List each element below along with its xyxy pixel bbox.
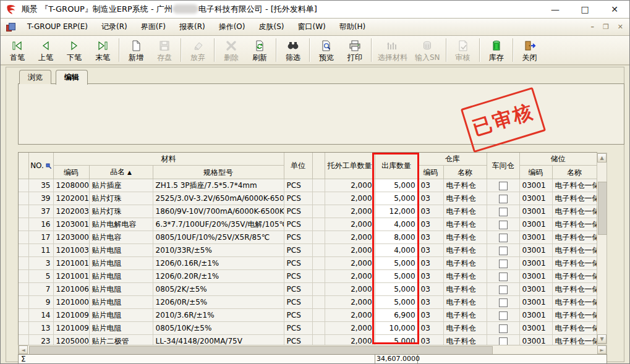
cell-spec[interactable]: 0805/2K/±5% <box>153 283 284 296</box>
cell-material-name[interactable]: 贴片电阻 <box>89 270 153 283</box>
cell-material-code[interactable]: 12010036 <box>53 244 89 257</box>
cell-warehouse-code[interactable]: 03 <box>418 218 443 231</box>
cell-unit[interactable]: PCS <box>284 205 312 218</box>
cell-workshop-checkbox[interactable] <box>487 179 519 192</box>
cell-workshop-checkbox[interactable] <box>487 192 519 205</box>
table-row[interactable]: 3712020035贴片灯珠1860/9V-10V/700mA/6000K-65… <box>19 205 597 218</box>
cell-order-qty[interactable]: 2,000 <box>325 322 375 335</box>
cell-location-code[interactable]: 03001 <box>519 244 552 257</box>
cell-warehouse-code[interactable]: 03 <box>418 205 443 218</box>
cell-no[interactable]: 13 <box>28 322 53 335</box>
cell-material-code[interactable]: 12080003 <box>53 179 89 192</box>
cell-location-code[interactable]: 03001 <box>519 309 552 322</box>
cell-workshop-checkbox[interactable] <box>487 309 519 322</box>
cell-location-name[interactable]: 电子料仓一储 <box>552 231 597 244</box>
cell-location-code[interactable]: 03001 <box>519 270 552 283</box>
cell-warehouse-name[interactable]: 电子料仓 <box>443 231 487 244</box>
cell-material-name[interactable]: 贴片电阻 <box>89 322 153 335</box>
menu-item-1[interactable]: 记录(R) <box>95 20 134 33</box>
cell-location-name[interactable]: 电子料仓一储 <box>552 283 597 296</box>
cell-warehouse-code[interactable]: 03 <box>418 335 443 346</box>
cell-material-name[interactable]: 贴片电阻 <box>89 309 153 322</box>
cell-location-name[interactable]: 电子料仓一储 <box>552 244 597 257</box>
toolbar-button-筛选[interactable]: 筛选 <box>279 36 307 64</box>
cell-warehouse-name[interactable]: 电子料仓 <box>443 296 487 309</box>
cell-order-qty[interactable]: 2,000 <box>325 205 375 218</box>
checkbox-unchecked-icon[interactable] <box>499 221 508 229</box>
cell-location-name[interactable]: 电子料仓一储 <box>552 192 597 205</box>
toolbar-button-预览[interactable]: 预览 <box>312 36 341 64</box>
cell-spec[interactable]: 2010/33R/±5% <box>153 244 284 257</box>
cell-order-qty[interactable]: 2,000 <box>325 179 375 192</box>
grid-horizontal-scrollbar[interactable]: ◄ ► <box>18 345 607 355</box>
cell-unit[interactable]: PCS <box>284 335 312 346</box>
checkbox-unchecked-icon[interactable] <box>499 247 508 255</box>
toolbar-button-首笔[interactable]: 首笔 <box>3 36 32 64</box>
cell-workshop-checkbox[interactable] <box>487 296 519 309</box>
no-column-header[interactable]: NO. <box>28 153 53 179</box>
table-row[interactable]: 3512080003贴片插座ZH1.5 3P插座/7.5*5.7*4mmPCS2… <box>19 179 597 192</box>
cell-location-name[interactable]: 电子料仓一储 <box>552 322 597 335</box>
mdi-close-button[interactable]: ✕ <box>618 23 623 31</box>
cell-location-name[interactable]: 电子料仓一储 <box>552 257 597 270</box>
cell-no[interactable]: 14 <box>28 309 53 322</box>
order-qty-column-header[interactable]: 托外工单数量 <box>325 153 375 179</box>
menu-item-4[interactable]: 操作(O) <box>212 20 252 33</box>
cell-location-code[interactable]: 03001 <box>519 335 552 346</box>
warehouse-name-header[interactable]: 名称 <box>443 166 487 179</box>
cell-location-code[interactable]: 03001 <box>519 257 552 270</box>
cell-material-code[interactable]: 12020035 <box>53 205 89 218</box>
cell-unit[interactable]: PCS <box>284 270 312 283</box>
cell-warehouse-name[interactable]: 电子料仓 <box>443 335 487 346</box>
checkbox-unchecked-icon[interactable] <box>499 208 508 216</box>
cell-spec[interactable]: 2525/3.0V-3.2V/650mA/6000K-650... <box>153 192 284 205</box>
cell-material-name[interactable]: 贴片电解电容 <box>89 218 153 231</box>
cell-material-code[interactable]: 12010001 <box>53 296 89 309</box>
horizontal-scroll-thumb[interactable] <box>29 346 493 355</box>
unit-column-header[interactable]: 单位 <box>284 153 312 179</box>
scroll-up-icon[interactable]: ▲ <box>597 153 607 163</box>
toolbar-button-新增[interactable]: 新增 <box>122 36 150 64</box>
cell-order-qty[interactable]: 2,000 <box>325 296 375 309</box>
location-group-header[interactable]: 储位 <box>519 153 597 166</box>
cell-out-qty[interactable]: 8,000 <box>375 231 418 244</box>
cell-material-name[interactable]: 贴片灯珠 <box>89 192 153 205</box>
table-row[interactable]: 3912020016贴片灯珠2525/3.0V-3.2V/650mA/6000K… <box>19 192 597 205</box>
toolbar-button-下笔[interactable]: 下笔 <box>60 36 88 64</box>
cell-no[interactable]: 9 <box>28 296 53 309</box>
warehouse-group-header[interactable]: 仓库 <box>418 153 487 166</box>
table-row[interactable]: 1412010095贴片电阻2010/3.6R/±1%PCS2,0006,900… <box>19 309 597 322</box>
cell-out-qty[interactable]: 12,000 <box>375 205 418 218</box>
cell-order-qty[interactable]: 2,000 <box>325 218 375 231</box>
cell-unit[interactable]: PCS <box>284 296 312 309</box>
checkbox-unchecked-icon[interactable] <box>499 195 508 203</box>
cell-out-qty[interactable]: 5,000 <box>375 270 418 283</box>
menu-item-5[interactable]: 皮肤(S) <box>252 20 291 33</box>
cell-warehouse-code[interactable]: 03 <box>418 309 443 322</box>
cell-workshop-checkbox[interactable] <box>487 283 519 296</box>
cell-no[interactable]: 37 <box>28 205 53 218</box>
table-row[interactable]: 1112010036贴片电阻2010/33R/±5%PCS2,0004,0000… <box>19 244 597 257</box>
cell-order-qty[interactable]: 2,000 <box>325 309 375 322</box>
cell-workshop-checkbox[interactable] <box>487 257 519 270</box>
minimize-button[interactable]: — <box>540 1 570 18</box>
cell-location-code[interactable]: 03001 <box>519 296 552 309</box>
scroll-right-icon[interactable]: ► <box>597 345 607 354</box>
cell-order-qty[interactable]: 2,000 <box>325 192 375 205</box>
cell-material-code[interactable]: 12020016 <box>53 192 89 205</box>
grid-vertical-scrollbar[interactable]: ▲ ▼ <box>597 153 607 344</box>
cell-spec[interactable]: 2010/3.6R/±1% <box>153 309 284 322</box>
cell-location-code[interactable]: 03001 <box>519 283 552 296</box>
toolbar-button-打印[interactable]: 打印 <box>341 36 369 64</box>
material-group-header[interactable]: 材料 <box>53 153 284 166</box>
cell-order-qty[interactable]: 2,000 <box>325 335 375 346</box>
cell-no[interactable]: 7 <box>28 283 53 296</box>
toolbar-button-库存[interactable]: 库存 <box>482 36 511 64</box>
cell-order-qty[interactable]: 2,000 <box>325 270 375 283</box>
cell-unit[interactable]: PCS <box>284 218 312 231</box>
cell-location-code[interactable]: 03001 <box>519 192 552 205</box>
cell-out-qty[interactable]: 5,000 <box>375 192 418 205</box>
table-row[interactable]: 2312050006贴片二极管LL-34/4148/200MA/75VPCS2,… <box>19 335 597 346</box>
cell-out-qty[interactable]: 10,000 <box>375 322 418 335</box>
cell-no[interactable]: 39 <box>28 192 53 205</box>
